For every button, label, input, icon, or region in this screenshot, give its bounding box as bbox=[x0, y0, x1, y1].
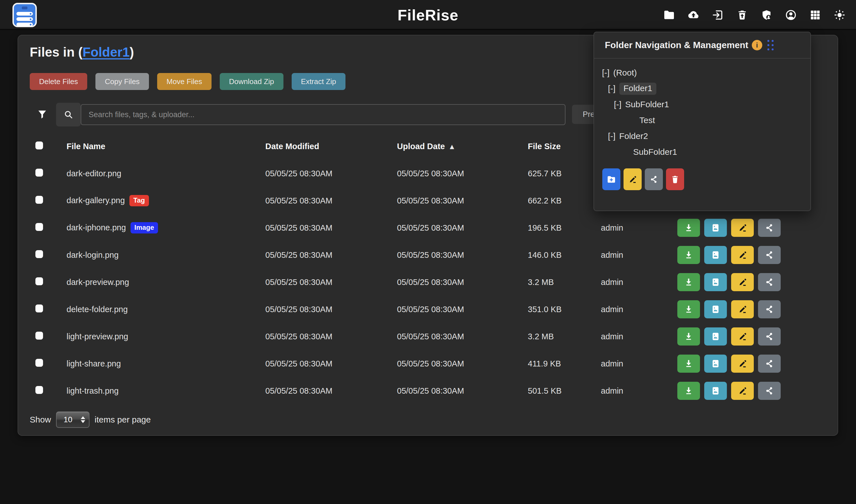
rename-file-button[interactable] bbox=[731, 273, 754, 291]
restore-trash-icon[interactable] bbox=[736, 9, 748, 21]
select-all-checkbox[interactable] bbox=[35, 142, 43, 149]
user-account-icon[interactable] bbox=[785, 9, 797, 21]
share-file-button[interactable] bbox=[758, 382, 781, 400]
share-file-button[interactable] bbox=[758, 273, 781, 291]
edit-icon bbox=[737, 250, 748, 260]
info-icon[interactable]: i bbox=[752, 40, 762, 50]
rename-file-button[interactable] bbox=[731, 219, 754, 237]
file-name: light-trash.png bbox=[67, 386, 119, 395]
filerise-logo[interactable] bbox=[13, 3, 37, 27]
copy-files-button[interactable]: Copy Files bbox=[95, 73, 149, 90]
upload-date-cell: 05/05/25 08:30AM bbox=[397, 350, 528, 377]
row-checkbox[interactable] bbox=[35, 169, 43, 177]
image-icon bbox=[710, 277, 721, 288]
light-mode-icon[interactable] bbox=[833, 9, 846, 21]
collapse-toggle[interactable]: [-] bbox=[608, 131, 616, 141]
download-file-button[interactable] bbox=[677, 382, 700, 400]
download-zip-button[interactable]: Download Zip bbox=[220, 73, 283, 90]
sign-out-icon bbox=[712, 9, 724, 21]
download-file-button[interactable] bbox=[677, 300, 700, 318]
filter-icon[interactable] bbox=[36, 109, 48, 121]
share-folder-button[interactable] bbox=[645, 168, 663, 190]
download-file-button[interactable] bbox=[677, 273, 700, 291]
create-folder-button[interactable] bbox=[602, 168, 621, 190]
file-size-cell: 3.2 MB bbox=[528, 269, 601, 296]
share-icon bbox=[764, 331, 775, 342]
date-modified-cell: 05/05/25 08:30AM bbox=[265, 350, 397, 377]
download-file-button[interactable] bbox=[677, 355, 700, 373]
rename-file-button[interactable] bbox=[731, 355, 754, 373]
download-icon bbox=[683, 304, 694, 315]
preview-image-button[interactable] bbox=[704, 246, 727, 264]
preview-image-button[interactable] bbox=[704, 327, 727, 345]
row-checkbox[interactable] bbox=[35, 196, 43, 204]
items-per-page-label: items per page bbox=[94, 415, 151, 425]
share-icon bbox=[649, 174, 659, 184]
rename-file-button[interactable] bbox=[731, 382, 754, 400]
file-name: dark-login.png bbox=[67, 250, 119, 259]
folder-icon[interactable] bbox=[663, 9, 675, 21]
rename-file-button[interactable] bbox=[731, 327, 754, 345]
collapse-toggle[interactable]: [-] bbox=[608, 84, 616, 93]
download-file-button[interactable] bbox=[677, 219, 700, 237]
date-modified-cell: 05/05/25 08:30AM bbox=[265, 296, 397, 323]
rename-file-button[interactable] bbox=[731, 300, 754, 318]
image-icon bbox=[710, 385, 721, 396]
edit-icon bbox=[737, 358, 748, 369]
drag-handle-icon[interactable] bbox=[767, 40, 774, 50]
preview-image-button[interactable] bbox=[704, 300, 727, 318]
folder-plus-icon bbox=[606, 174, 616, 184]
column-header-date-modified[interactable]: Date Modified bbox=[265, 133, 397, 160]
edit-icon bbox=[737, 277, 748, 288]
share-file-button[interactable] bbox=[758, 300, 781, 318]
row-checkbox[interactable] bbox=[35, 250, 43, 258]
download-file-button[interactable] bbox=[677, 327, 700, 345]
delete-files-button[interactable]: Delete Files bbox=[30, 73, 87, 90]
sign-out-icon[interactable] bbox=[712, 9, 724, 21]
column-header-upload-date[interactable]: Upload Date▲ bbox=[397, 133, 528, 160]
row-checkbox[interactable] bbox=[35, 386, 43, 394]
row-checkbox[interactable] bbox=[35, 359, 43, 367]
current-folder-link[interactable]: Folder1 bbox=[83, 45, 130, 59]
rename-file-button[interactable] bbox=[731, 246, 754, 264]
collapse-toggle[interactable]: [-] bbox=[614, 100, 622, 109]
folder-tree-item--root-[interactable]: [-](Root) bbox=[594, 65, 810, 80]
image-icon bbox=[710, 304, 721, 315]
column-header-file-size[interactable]: File Size bbox=[528, 133, 601, 160]
folder-label: Folder2 bbox=[619, 131, 648, 141]
restore-trash-icon bbox=[736, 9, 748, 21]
folder-tree-item-subfolder1[interactable]: [-]SubFolder1 bbox=[594, 96, 810, 112]
rename-folder-button[interactable] bbox=[624, 168, 642, 190]
download-file-button[interactable] bbox=[677, 246, 700, 264]
folder-tree-item-folder2[interactable]: [-]Folder2 bbox=[594, 128, 810, 144]
page-title-suffix: ) bbox=[130, 45, 134, 59]
share-file-button[interactable] bbox=[758, 246, 781, 264]
items-per-page-select[interactable]: 10 bbox=[56, 412, 89, 428]
row-checkbox[interactable] bbox=[35, 223, 43, 231]
search-input[interactable] bbox=[81, 104, 565, 125]
row-checkbox[interactable] bbox=[35, 277, 43, 285]
admin-shield-icon[interactable] bbox=[760, 9, 773, 21]
preview-image-button[interactable] bbox=[704, 219, 727, 237]
move-files-button[interactable]: Move Files bbox=[157, 73, 211, 90]
folder-tree-item-folder1[interactable]: [-]Folder1 bbox=[594, 80, 810, 96]
share-file-button[interactable] bbox=[758, 327, 781, 345]
collapse-toggle[interactable]: [-] bbox=[602, 68, 610, 77]
preview-image-button[interactable] bbox=[704, 382, 727, 400]
folder-tree-item-subfolder1[interactable]: SubFolder1 bbox=[594, 144, 810, 160]
extract-zip-button[interactable]: Extract Zip bbox=[292, 73, 346, 90]
apps-grid-icon[interactable] bbox=[809, 9, 821, 21]
folder-tree-item-test[interactable]: Test bbox=[594, 112, 810, 128]
column-header-file-name[interactable]: File Name bbox=[67, 133, 265, 160]
share-file-button[interactable] bbox=[758, 355, 781, 373]
share-file-button[interactable] bbox=[758, 219, 781, 237]
folder-panel-title: Folder Navigation & Management bbox=[605, 40, 748, 50]
preview-image-button[interactable] bbox=[704, 273, 727, 291]
row-checkbox[interactable] bbox=[35, 305, 43, 312]
delete-folder-button[interactable] bbox=[666, 168, 684, 190]
items-per-page-value: 10 bbox=[57, 415, 79, 424]
cloud-upload-icon[interactable] bbox=[687, 9, 700, 21]
row-checkbox[interactable] bbox=[35, 332, 43, 340]
file-size-cell: 146.0 KB bbox=[528, 241, 601, 269]
preview-image-button[interactable] bbox=[704, 355, 727, 373]
